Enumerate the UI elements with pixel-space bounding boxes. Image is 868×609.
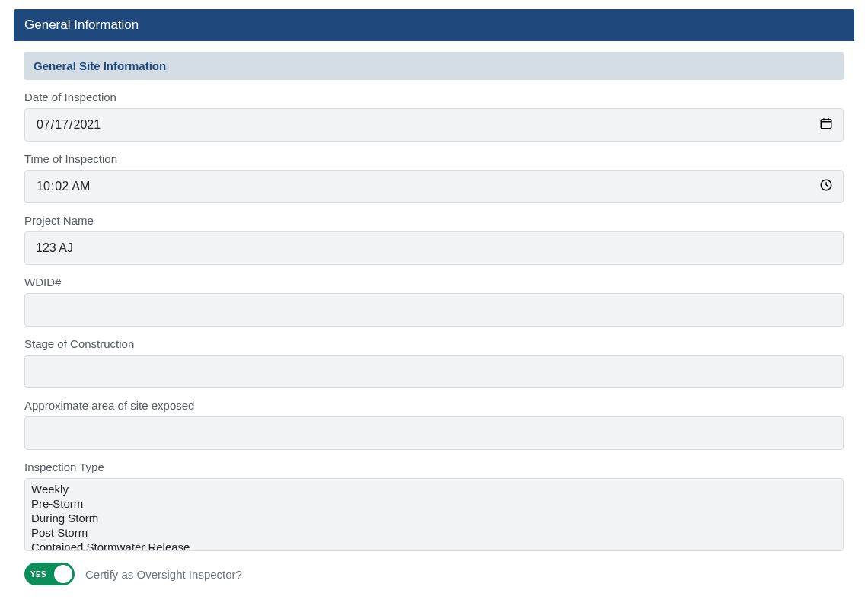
input-date-of-inspection[interactable]: [24, 108, 844, 142]
input-stage-of-construction[interactable]: [24, 355, 844, 388]
option-inspection-type[interactable]: Pre-Storm: [30, 496, 838, 511]
field-project-name: Project Name: [24, 214, 844, 265]
panel-title: General Information: [24, 18, 139, 32]
option-inspection-type[interactable]: Weekly: [30, 482, 838, 496]
field-approx-area-exposed: Approximate area of site exposed: [24, 399, 844, 450]
select-inspection-type[interactable]: WeeklyPre-StormDuring StormPost StormCon…: [24, 478, 844, 551]
label-date-of-inspection: Date of Inspection: [24, 91, 844, 104]
sub-header-text: General Site Information: [34, 59, 166, 72]
field-wdid: WDID#: [24, 276, 844, 327]
toggle-certify-oversight[interactable]: YES: [24, 563, 75, 585]
input-approx-area-exposed[interactable]: [24, 416, 844, 450]
field-inspection-type: Inspection Type WeeklyPre-StormDuring St…: [24, 461, 844, 552]
option-inspection-type[interactable]: Contained Stormwater Release: [30, 540, 838, 551]
toggle-row-certify: YES Certify as Oversight Inspector?: [24, 563, 844, 585]
label-approx-area-exposed: Approximate area of site exposed: [24, 399, 844, 412]
input-project-name[interactable]: [24, 231, 844, 265]
sub-header: General Site Information: [24, 52, 844, 80]
field-stage-of-construction: Stage of Construction: [24, 337, 844, 388]
label-stage-of-construction: Stage of Construction: [24, 337, 844, 350]
input-time-of-inspection[interactable]: [24, 170, 844, 203]
field-time-of-inspection: Time of Inspection: [24, 152, 844, 203]
input-wdid[interactable]: [24, 293, 844, 327]
label-project-name: Project Name: [24, 214, 844, 227]
toggle-certify-text: Certify as Oversight Inspector?: [85, 568, 242, 581]
toggle-state-label: YES: [30, 570, 46, 579]
field-date-of-inspection: Date of Inspection: [24, 91, 844, 142]
panel-header: General Information: [14, 9, 854, 41]
label-inspection-type: Inspection Type: [24, 461, 844, 473]
label-wdid: WDID#: [24, 276, 844, 289]
option-inspection-type[interactable]: Post Storm: [30, 525, 838, 540]
panel-body: General Site Information Date of Inspect…: [14, 41, 854, 596]
option-inspection-type[interactable]: During Storm: [30, 511, 838, 525]
toggle-knob: [54, 565, 72, 583]
label-time-of-inspection: Time of Inspection: [24, 152, 844, 165]
